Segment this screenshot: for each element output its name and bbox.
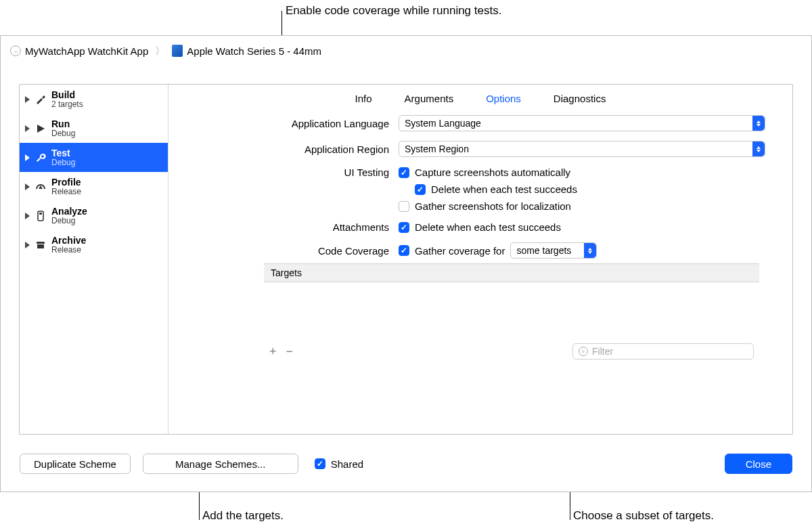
disclosure-icon (25, 96, 30, 103)
stepper-icon (752, 116, 765, 131)
shared-label: Shared (331, 458, 363, 470)
targets-panel: Targets + − ≡ Filter (263, 263, 760, 363)
breadcrumb-chevron-icon: 〉 (152, 45, 168, 58)
hammer-icon (35, 93, 47, 106)
filter-placeholder: Filter (592, 346, 613, 357)
application-region-label: Application Region (196, 144, 399, 155)
code-coverage-checkbox[interactable] (399, 245, 409, 256)
disclosure-icon (25, 242, 30, 248)
remove-target-button[interactable]: − (286, 345, 294, 359)
scheme-name: MyWatchApp WatchKit App (25, 45, 148, 57)
sidebar-item-subtitle: Release (51, 188, 81, 196)
tab-diagnostics[interactable]: Diagnostics (554, 93, 606, 104)
sidebar-item-text: Archive Release (51, 236, 86, 255)
capture-screenshots-checkbox[interactable] (399, 167, 409, 178)
sidebar-item-title: Profile (51, 177, 81, 188)
targets-filter-input[interactable]: ≡ Filter (572, 343, 754, 359)
annotation-bottom-left: Add the targets. (202, 509, 284, 523)
shared-group: Shared (315, 458, 363, 470)
duplicate-scheme-button[interactable]: Duplicate Scheme (20, 454, 131, 474)
analyze-icon (35, 210, 47, 222)
delete-screenshots-label: Delete when each test succeeds (431, 183, 577, 195)
code-coverage-text: Gather coverage for (415, 245, 505, 257)
sidebar-item-build[interactable]: Build 2 targets (20, 85, 168, 114)
manage-schemes-button[interactable]: Manage Schemes... (143, 454, 298, 474)
sidebar-item-subtitle: Debug (51, 217, 87, 225)
disclosure-icon (25, 183, 30, 190)
ui-testing-label: UI Testing (196, 167, 399, 178)
attachments-delete-label: Delete when each test succeeds (415, 221, 561, 233)
annotation-top: Enable code coverage while running tests… (286, 4, 501, 18)
attachments-label: Attachments (196, 221, 399, 233)
code-coverage-label: Code Coverage (196, 245, 399, 257)
select-value: System Region (405, 144, 469, 154)
sidebar-item-text: Profile Release (51, 177, 81, 196)
tab-bar: Info Arguments Options Diagnostics (168, 85, 792, 114)
svg-rect-1 (39, 213, 42, 215)
sidebar-item-title: Build (51, 90, 83, 100)
delete-screenshots-checkbox[interactable] (415, 184, 426, 195)
application-language-label: Application Language (196, 118, 399, 129)
application-language-select[interactable]: System Language (399, 115, 765, 131)
sidebar-item-profile[interactable]: Profile Release (20, 172, 168, 201)
sidebar-item-text: Run Debug (51, 119, 75, 138)
options-form: Application Language System Language App… (168, 114, 792, 363)
stepper-icon (752, 141, 765, 156)
play-icon (35, 123, 47, 135)
annotation-bottom-right: Choose a subset of targets. (573, 509, 714, 523)
main-pane: Build 2 targets Run Debug (19, 84, 793, 435)
disclosure-icon (25, 125, 30, 132)
sidebar-item-subtitle: Debug (51, 158, 75, 167)
gather-localization-checkbox[interactable] (399, 201, 409, 212)
tab-options[interactable]: Options (486, 93, 521, 104)
select-value: System Language (405, 118, 481, 129)
content-area: Info Arguments Options Diagnostics Appli… (168, 85, 792, 434)
sidebar-item-text: Test Debug (51, 148, 75, 167)
sidebar-item-title: Analyze (51, 206, 87, 217)
sidebar-item-subtitle: Debug (51, 129, 75, 138)
attachments-delete-checkbox[interactable] (399, 222, 409, 233)
disclosure-icon (25, 154, 30, 161)
sidebar-item-subtitle: Release (51, 246, 86, 255)
sidebar-item-subtitle: 2 targets (51, 100, 83, 109)
stepper-icon (584, 243, 596, 258)
scheme-editor-window: ⌵ MyWatchApp WatchKit App 〉 Apple Watch … (0, 35, 812, 492)
targets-footer: + − ≡ Filter (264, 341, 759, 362)
sidebar-item-archive[interactable]: Archive Release (20, 230, 168, 259)
archive-icon (35, 239, 47, 251)
device-icon (172, 45, 183, 57)
application-region-select[interactable]: System Region (399, 141, 765, 157)
disclosure-icon (25, 213, 30, 219)
targets-list[interactable] (264, 282, 759, 341)
gather-localization-label: Gather screenshots for localization (415, 200, 571, 212)
code-coverage-scope-select[interactable]: some targets (510, 242, 597, 259)
capture-screenshots-label: Capture screenshots automatically (415, 167, 570, 178)
sidebar-item-analyze[interactable]: Analyze Debug (20, 201, 168, 230)
device-name: Apple Watch Series 5 - 44mm (187, 45, 321, 57)
targets-header: Targets (264, 263, 759, 282)
close-button[interactable]: Close (725, 454, 792, 474)
sidebar-item-test[interactable]: Test Debug (20, 143, 168, 172)
gauge-icon (35, 181, 47, 193)
scheme-action-sidebar: Build 2 targets Run Debug (20, 85, 168, 434)
wrench-icon (35, 152, 47, 164)
sidebar-item-title: Run (51, 119, 75, 129)
bottom-bar: Duplicate Scheme Manage Schemes... Share… (20, 454, 792, 474)
filter-icon: ≡ (579, 347, 588, 356)
sidebar-item-title: Archive (51, 236, 86, 246)
sidebar-item-title: Test (51, 148, 75, 158)
select-value: some targets (516, 245, 571, 256)
tab-arguments[interactable]: Arguments (405, 93, 454, 104)
add-target-button[interactable]: + (269, 345, 277, 359)
scheme-icon: ⌵ (10, 45, 21, 56)
sidebar-item-text: Build 2 targets (51, 90, 83, 109)
sidebar-item-run[interactable]: Run Debug (20, 114, 168, 143)
shared-checkbox[interactable] (315, 458, 325, 469)
scheme-breadcrumb[interactable]: ⌵ MyWatchApp WatchKit App 〉 Apple Watch … (1, 36, 811, 66)
tab-info[interactable]: Info (355, 93, 372, 104)
sidebar-item-text: Analyze Debug (51, 206, 87, 225)
